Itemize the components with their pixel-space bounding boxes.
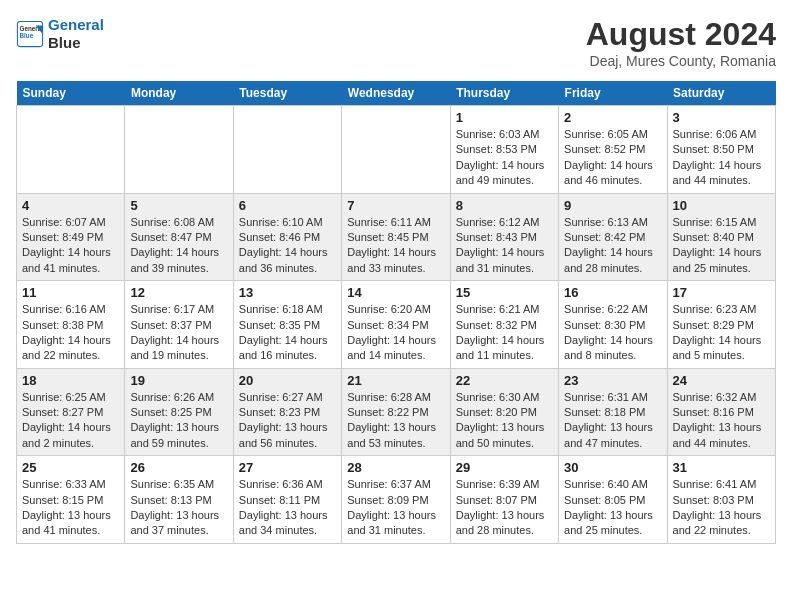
day-number: 14 [347, 285, 444, 300]
weekday-header-tuesday: Tuesday [233, 81, 341, 106]
calendar-day-2: 2Sunrise: 6:05 AM Sunset: 8:52 PM Daylig… [559, 106, 667, 194]
empty-day-cell [342, 106, 450, 194]
day-info: Sunrise: 6:06 AM Sunset: 8:50 PM Dayligh… [673, 127, 770, 189]
calendar-day-23: 23Sunrise: 6:31 AM Sunset: 8:18 PM Dayli… [559, 368, 667, 456]
day-number: 28 [347, 460, 444, 475]
day-info: Sunrise: 6:13 AM Sunset: 8:42 PM Dayligh… [564, 215, 661, 277]
calendar-day-5: 5Sunrise: 6:08 AM Sunset: 8:47 PM Daylig… [125, 193, 233, 281]
day-info: Sunrise: 6:22 AM Sunset: 8:30 PM Dayligh… [564, 302, 661, 364]
day-number: 13 [239, 285, 336, 300]
day-number: 26 [130, 460, 227, 475]
empty-day-cell [125, 106, 233, 194]
day-info: Sunrise: 6:12 AM Sunset: 8:43 PM Dayligh… [456, 215, 553, 277]
day-number: 24 [673, 373, 770, 388]
day-info: Sunrise: 6:05 AM Sunset: 8:52 PM Dayligh… [564, 127, 661, 189]
calendar-day-19: 19Sunrise: 6:26 AM Sunset: 8:25 PM Dayli… [125, 368, 233, 456]
day-info: Sunrise: 6:25 AM Sunset: 8:27 PM Dayligh… [22, 390, 119, 452]
page-header: General Blue GeneralBlue August 2024 Dea… [16, 16, 776, 69]
day-number: 18 [22, 373, 119, 388]
calendar-day-3: 3Sunrise: 6:06 AM Sunset: 8:50 PM Daylig… [667, 106, 775, 194]
empty-day-cell [233, 106, 341, 194]
day-info: Sunrise: 6:40 AM Sunset: 8:05 PM Dayligh… [564, 477, 661, 539]
day-number: 15 [456, 285, 553, 300]
calendar-table: SundayMondayTuesdayWednesdayThursdayFrid… [16, 81, 776, 544]
calendar-day-13: 13Sunrise: 6:18 AM Sunset: 8:35 PM Dayli… [233, 281, 341, 369]
weekday-header-wednesday: Wednesday [342, 81, 450, 106]
day-number: 30 [564, 460, 661, 475]
day-info: Sunrise: 6:36 AM Sunset: 8:11 PM Dayligh… [239, 477, 336, 539]
day-number: 17 [673, 285, 770, 300]
calendar-day-20: 20Sunrise: 6:27 AM Sunset: 8:23 PM Dayli… [233, 368, 341, 456]
day-number: 20 [239, 373, 336, 388]
calendar-day-11: 11Sunrise: 6:16 AM Sunset: 8:38 PM Dayli… [17, 281, 125, 369]
day-number: 22 [456, 373, 553, 388]
day-number: 2 [564, 110, 661, 125]
calendar-day-10: 10Sunrise: 6:15 AM Sunset: 8:40 PM Dayli… [667, 193, 775, 281]
day-info: Sunrise: 6:07 AM Sunset: 8:49 PM Dayligh… [22, 215, 119, 277]
calendar-day-8: 8Sunrise: 6:12 AM Sunset: 8:43 PM Daylig… [450, 193, 558, 281]
day-info: Sunrise: 6:20 AM Sunset: 8:34 PM Dayligh… [347, 302, 444, 364]
day-number: 5 [130, 198, 227, 213]
day-number: 3 [673, 110, 770, 125]
calendar-week-row: 4Sunrise: 6:07 AM Sunset: 8:49 PM Daylig… [17, 193, 776, 281]
day-number: 29 [456, 460, 553, 475]
day-number: 6 [239, 198, 336, 213]
day-info: Sunrise: 6:39 AM Sunset: 8:07 PM Dayligh… [456, 477, 553, 539]
calendar-day-16: 16Sunrise: 6:22 AM Sunset: 8:30 PM Dayli… [559, 281, 667, 369]
day-info: Sunrise: 6:21 AM Sunset: 8:32 PM Dayligh… [456, 302, 553, 364]
logo-icon: General Blue [16, 20, 44, 48]
weekday-header-row: SundayMondayTuesdayWednesdayThursdayFrid… [17, 81, 776, 106]
day-number: 10 [673, 198, 770, 213]
day-info: Sunrise: 6:10 AM Sunset: 8:46 PM Dayligh… [239, 215, 336, 277]
calendar-day-6: 6Sunrise: 6:10 AM Sunset: 8:46 PM Daylig… [233, 193, 341, 281]
calendar-day-7: 7Sunrise: 6:11 AM Sunset: 8:45 PM Daylig… [342, 193, 450, 281]
calendar-day-26: 26Sunrise: 6:35 AM Sunset: 8:13 PM Dayli… [125, 456, 233, 544]
calendar-week-row: 25Sunrise: 6:33 AM Sunset: 8:15 PM Dayli… [17, 456, 776, 544]
day-info: Sunrise: 6:28 AM Sunset: 8:22 PM Dayligh… [347, 390, 444, 452]
day-info: Sunrise: 6:11 AM Sunset: 8:45 PM Dayligh… [347, 215, 444, 277]
svg-text:Blue: Blue [20, 32, 34, 39]
day-number: 12 [130, 285, 227, 300]
day-number: 19 [130, 373, 227, 388]
weekday-header-friday: Friday [559, 81, 667, 106]
calendar-day-4: 4Sunrise: 6:07 AM Sunset: 8:49 PM Daylig… [17, 193, 125, 281]
day-number: 16 [564, 285, 661, 300]
day-number: 11 [22, 285, 119, 300]
title-area: August 2024 Deaj, Mures County, Romania [586, 16, 776, 69]
day-number: 8 [456, 198, 553, 213]
day-info: Sunrise: 6:31 AM Sunset: 8:18 PM Dayligh… [564, 390, 661, 452]
empty-day-cell [17, 106, 125, 194]
calendar-day-21: 21Sunrise: 6:28 AM Sunset: 8:22 PM Dayli… [342, 368, 450, 456]
day-number: 9 [564, 198, 661, 213]
calendar-day-25: 25Sunrise: 6:33 AM Sunset: 8:15 PM Dayli… [17, 456, 125, 544]
calendar-day-30: 30Sunrise: 6:40 AM Sunset: 8:05 PM Dayli… [559, 456, 667, 544]
calendar-day-31: 31Sunrise: 6:41 AM Sunset: 8:03 PM Dayli… [667, 456, 775, 544]
day-info: Sunrise: 6:30 AM Sunset: 8:20 PM Dayligh… [456, 390, 553, 452]
day-info: Sunrise: 6:26 AM Sunset: 8:25 PM Dayligh… [130, 390, 227, 452]
day-number: 31 [673, 460, 770, 475]
weekday-header-monday: Monday [125, 81, 233, 106]
day-info: Sunrise: 6:37 AM Sunset: 8:09 PM Dayligh… [347, 477, 444, 539]
day-info: Sunrise: 6:17 AM Sunset: 8:37 PM Dayligh… [130, 302, 227, 364]
weekday-header-saturday: Saturday [667, 81, 775, 106]
calendar-week-row: 11Sunrise: 6:16 AM Sunset: 8:38 PM Dayli… [17, 281, 776, 369]
logo: General Blue GeneralBlue [16, 16, 104, 52]
calendar-day-28: 28Sunrise: 6:37 AM Sunset: 8:09 PM Dayli… [342, 456, 450, 544]
day-number: 7 [347, 198, 444, 213]
day-info: Sunrise: 6:18 AM Sunset: 8:35 PM Dayligh… [239, 302, 336, 364]
day-info: Sunrise: 6:15 AM Sunset: 8:40 PM Dayligh… [673, 215, 770, 277]
day-number: 1 [456, 110, 553, 125]
day-info: Sunrise: 6:35 AM Sunset: 8:13 PM Dayligh… [130, 477, 227, 539]
calendar-day-18: 18Sunrise: 6:25 AM Sunset: 8:27 PM Dayli… [17, 368, 125, 456]
logo-text: GeneralBlue [48, 16, 104, 52]
day-info: Sunrise: 6:03 AM Sunset: 8:53 PM Dayligh… [456, 127, 553, 189]
day-info: Sunrise: 6:32 AM Sunset: 8:16 PM Dayligh… [673, 390, 770, 452]
calendar-day-12: 12Sunrise: 6:17 AM Sunset: 8:37 PM Dayli… [125, 281, 233, 369]
calendar-day-15: 15Sunrise: 6:21 AM Sunset: 8:32 PM Dayli… [450, 281, 558, 369]
day-info: Sunrise: 6:27 AM Sunset: 8:23 PM Dayligh… [239, 390, 336, 452]
day-number: 21 [347, 373, 444, 388]
day-number: 4 [22, 198, 119, 213]
day-info: Sunrise: 6:08 AM Sunset: 8:47 PM Dayligh… [130, 215, 227, 277]
day-number: 23 [564, 373, 661, 388]
day-info: Sunrise: 6:16 AM Sunset: 8:38 PM Dayligh… [22, 302, 119, 364]
